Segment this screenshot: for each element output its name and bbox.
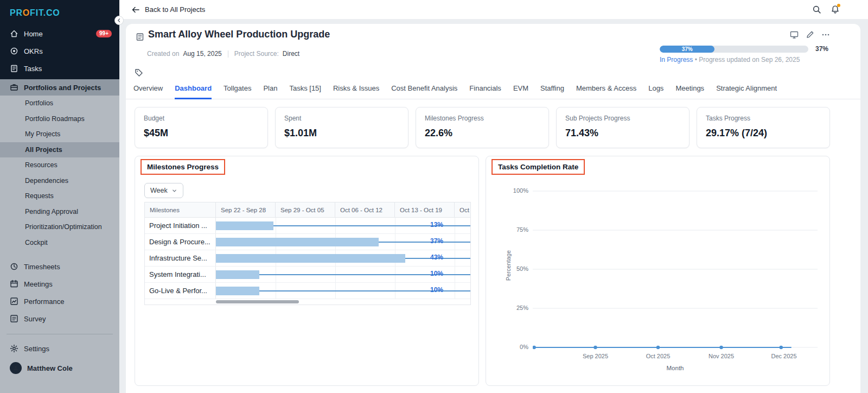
notifications-button[interactable] [831, 5, 840, 14]
project-icon [136, 33, 144, 41]
sidebar-item-label: Settings [24, 345, 49, 353]
x-axis-tick: Sep 2025 [574, 353, 617, 359]
sidebar-item-resources[interactable]: Resources [0, 157, 119, 173]
sidebar-item-home[interactable]: Home99+ [0, 25, 119, 42]
tab-strategic-alignment[interactable]: Strategic Alignment [716, 83, 777, 99]
period-value: Week [150, 187, 168, 194]
horizontal-scrollbar[interactable] [145, 299, 470, 305]
tab-members-access[interactable]: Members & Access [576, 83, 636, 99]
sidebar-item-label: Performance [24, 297, 64, 306]
sidebar-lower-section: Portfolios and Projects PortfoliosPortfo… [0, 79, 119, 393]
project-meta: Created on Aug 15, 2025 Project Source: … [147, 50, 299, 58]
milestones-table-body: Project Initiation ...13%Design & Procur… [145, 218, 470, 299]
page-title: Smart Alloy Wheel Production Upgrade [148, 29, 330, 40]
sidebar-item-survey[interactable]: Survey [0, 310, 119, 327]
milestone-percent: 13% [430, 218, 443, 232]
clock-icon [10, 262, 18, 271]
milestone-bar-track: 43% [216, 250, 470, 266]
tab-overview[interactable]: Overview [133, 83, 163, 99]
column-header: Sep 22 - Sep 28 [216, 202, 276, 217]
tab-meetings[interactable]: Meetings [675, 83, 704, 99]
progress-bar-percent: 37% [682, 46, 693, 53]
notification-badge: 99+ [96, 30, 112, 37]
tab-tasks-15[interactable]: Tasks [15] [289, 83, 321, 99]
monitor-icon[interactable] [790, 30, 799, 39]
kpi-card-sub-projects-progress: Sub Projects Progress71.43% [556, 107, 690, 148]
sidebar: PROFIT.CO Home99+OKRsTasks Portfolios an… [0, 0, 119, 393]
sidebar-item-my-projects[interactable]: My Projects [0, 126, 119, 142]
sidebar-item-all-projects[interactable]: All Projects [0, 142, 119, 158]
sidebar-item-okrs[interactable]: OKRs [0, 42, 119, 60]
sidebar-item-cockpit[interactable]: Cockpit [0, 235, 119, 251]
sidebar-item-portfolios-and-projects[interactable]: Portfolios and Projects [0, 79, 119, 96]
tab-financials[interactable]: Financials [469, 83, 501, 99]
milestone-bar-line [379, 242, 470, 243]
tab-bar: OverviewDashboardTollgatesPlanTasks [15]… [126, 83, 860, 99]
header-actions [790, 30, 830, 39]
scrollbar-thumb[interactable] [216, 300, 299, 303]
kpi-label: Sub Projects Progress [565, 115, 680, 122]
sidebar-item-dependencies[interactable]: Dependencies [0, 173, 119, 189]
kpi-value: 29.17% (7/24) [706, 128, 821, 139]
sidebar-user[interactable]: Matthew Cole [0, 359, 119, 377]
sidebar-item-meetings[interactable]: Meetings [0, 275, 119, 293]
tab-logs[interactable]: Logs [648, 83, 663, 99]
sidebar-item-timesheets[interactable]: Timesheets [0, 258, 119, 275]
sidebar-sub-nav: PortfoliosPortfolio RoadmapsMy ProjectsA… [0, 96, 119, 250]
edit-icon[interactable] [806, 30, 814, 39]
more-options-icon[interactable] [821, 30, 830, 39]
kpi-label: Spent [284, 115, 399, 122]
sidebar-item-pending-approval[interactable]: Pending Approval [0, 204, 119, 220]
tab-staffing[interactable]: Staffing [540, 83, 564, 99]
kpi-label: Milestones Progress [425, 115, 540, 122]
progress-note: Progress updated on Sep 26, 2025 [699, 56, 800, 64]
tab-cost-benefit-analysis[interactable]: Cost Benefit Analysis [391, 83, 457, 99]
sidebar-item-label: Tasks [24, 65, 42, 73]
tag-icon[interactable] [135, 68, 143, 77]
sidebar-item-requests[interactable]: Requests [0, 188, 119, 204]
tab-plan[interactable]: Plan [263, 83, 277, 99]
x-axis-tick: Oct 2025 [636, 353, 680, 359]
column-header: Oct 13 - Oct 19 [395, 202, 455, 217]
profit-logo[interactable]: PROFIT.CO [0, 0, 119, 25]
annotation-box-milestones: Milestones Progress [141, 159, 225, 175]
milestones-table: MilestonesSep 22 - Sep 28Sep 29 - Oct 05… [144, 202, 471, 305]
milestone-bar-track: 13% [216, 218, 470, 233]
briefcase-icon [10, 83, 18, 92]
status-in-progress[interactable]: In Progress [660, 56, 693, 64]
sidebar-item-portfolio-roadmaps[interactable]: Portfolio Roadmaps [0, 111, 119, 127]
tab-risks-issues[interactable]: Risks & Issues [333, 83, 379, 99]
y-axis-tick: 0% [505, 344, 528, 350]
sidebar-item-performance[interactable]: Performance [0, 293, 119, 310]
milestone-row: Go-Live & Perfor...10% [145, 283, 470, 299]
kpi-card-spent: Spent$1.01M [275, 107, 409, 148]
notification-dot [837, 4, 840, 7]
sidebar-item-prioritization-optimization[interactable]: Prioritization/Optimization [0, 219, 119, 235]
logo-o: O [23, 8, 30, 17]
tasks-completion-panel: Tasks Completion Rate Percentage 0%25%50… [486, 156, 830, 386]
sidebar-collapse-button[interactable] [114, 16, 124, 25]
kpi-card-tasks-progress: Tasks Progress29.17% (7/24) [697, 107, 830, 148]
tab-tollgates[interactable]: Tollgates [224, 83, 251, 99]
progress-bar: 37% [660, 46, 808, 53]
dot-separator: • [695, 56, 697, 64]
home-icon [10, 29, 18, 38]
x-axis-tick: Nov 2025 [700, 353, 743, 359]
back-link[interactable]: Back to All Projects [131, 5, 205, 14]
sidebar-item-tasks[interactable]: Tasks [0, 60, 119, 77]
y-axis-tick: 75% [505, 226, 528, 233]
clipboard-icon [10, 64, 18, 73]
sidebar-item-label: Home [24, 30, 43, 38]
sidebar-item-settings[interactable]: Settings [0, 340, 119, 357]
sidebar-item-label: Survey [24, 315, 46, 323]
sidebar-item-portfolios[interactable]: Portfolios [0, 96, 119, 111]
milestone-name: System Integrati... [145, 267, 216, 282]
search-icon[interactable] [812, 5, 821, 14]
tab-evm[interactable]: EVM [513, 83, 528, 99]
x-axis-label: Month [533, 365, 818, 371]
project-header: Smart Alloy Wheel Production Upgrade Cre… [126, 24, 860, 83]
progress-bar-fill: 37% [660, 46, 714, 53]
created-date: Aug 15, 2025 [183, 50, 221, 58]
tab-dashboard[interactable]: Dashboard [175, 83, 212, 99]
period-dropdown[interactable]: Week [144, 183, 183, 198]
